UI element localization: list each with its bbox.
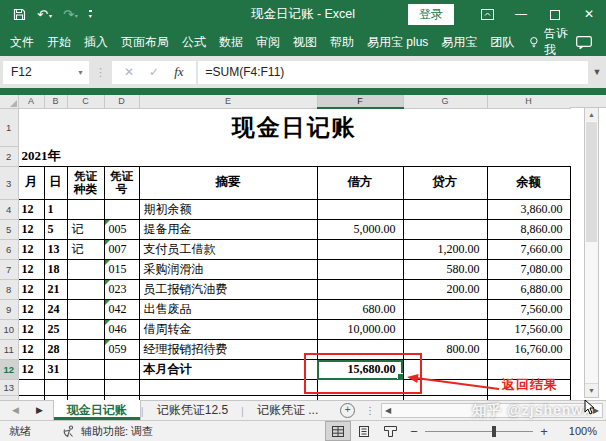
login-button[interactable]: 登录	[408, 4, 454, 25]
next-sheet-icon[interactable]: ▶	[36, 406, 43, 415]
cell-F8[interactable]	[317, 280, 403, 300]
ribbon-tab-0[interactable]: 文件	[10, 34, 34, 51]
cell-D9[interactable]: 042	[104, 300, 139, 320]
row-header-13[interactable]: 13	[0, 380, 18, 396]
accessibility-status[interactable]: 辅助功能: 调查	[63, 424, 153, 439]
cell-H13[interactable]	[487, 380, 570, 396]
scroll-left-icon[interactable]: ◀	[385, 407, 391, 415]
column-header-D[interactable]: D	[104, 95, 139, 108]
column-header-A[interactable]: A	[18, 95, 44, 108]
cell-E4[interactable]: 期初余额	[139, 200, 317, 220]
row-header-11[interactable]: 11	[0, 340, 18, 360]
vertical-scrollbar[interactable]: ▲ ▼	[584, 107, 599, 398]
ribbon-tab-10[interactable]: 易用宝	[441, 34, 477, 51]
column-header-F[interactable]: F	[317, 95, 403, 108]
enter-icon[interactable]: ✓	[149, 65, 159, 79]
column-header-G[interactable]: G	[403, 95, 487, 108]
cell-D5[interactable]: 005	[104, 220, 139, 240]
cell-G13[interactable]	[403, 380, 487, 396]
cell-C9[interactable]	[67, 300, 104, 320]
normal-view-button[interactable]	[325, 421, 351, 441]
cell-C4[interactable]	[67, 200, 104, 220]
row-header-8[interactable]: 8	[0, 280, 18, 300]
previous-sheet-icon[interactable]: ◀	[12, 406, 19, 415]
cell-F11[interactable]	[317, 340, 403, 360]
cell-G5[interactable]	[403, 220, 487, 240]
row-header-4[interactable]: 4	[0, 200, 18, 220]
cell-A7[interactable]: 12	[18, 260, 44, 280]
cell-H10[interactable]: 17,560.00	[487, 320, 570, 340]
close-button[interactable]: ✕	[572, 0, 606, 28]
cell-E13[interactable]	[139, 380, 317, 396]
cell-D6[interactable]: 007	[104, 240, 139, 260]
cell-C8[interactable]	[67, 280, 104, 300]
cell-F10[interactable]: 10,000.00	[317, 320, 403, 340]
ribbon-tab-8[interactable]: 帮助	[330, 34, 354, 51]
zoom-slider-thumb[interactable]	[492, 426, 496, 437]
ribbon-tab-5[interactable]: 数据	[219, 34, 243, 51]
row-header-2[interactable]: 2	[0, 146, 18, 167]
cell-C7[interactable]	[67, 260, 104, 280]
row-header-12[interactable]: 12	[0, 360, 18, 380]
row-header-6[interactable]: 6	[0, 240, 18, 260]
cell-G4[interactable]	[403, 200, 487, 220]
zoom-in-button[interactable]: +	[533, 424, 555, 439]
row-header-7[interactable]: 7	[0, 260, 18, 280]
cell-H9[interactable]: 7,560.00	[487, 300, 570, 320]
row-header-1[interactable]: 1	[0, 108, 18, 146]
undo-icon[interactable]: ↶▾	[37, 8, 52, 21]
cell-D13[interactable]	[104, 380, 139, 396]
scroll-up-icon[interactable]: ▲	[585, 108, 598, 121]
cell-B5[interactable]: 5	[44, 220, 67, 240]
cell-G9[interactable]	[403, 300, 487, 320]
row-header-9[interactable]: 9	[0, 300, 18, 320]
expand-formula-bar-icon[interactable]: ▼	[588, 67, 606, 77]
ribbon-tab-1[interactable]: 开始	[47, 34, 71, 51]
cell-D4[interactable]	[104, 200, 139, 220]
sheet-tab-0[interactable]: 现金日记账	[53, 400, 141, 420]
cell-G6[interactable]: 1,200.00	[403, 240, 487, 260]
ribbon-tab-6[interactable]: 审阅	[256, 34, 280, 51]
cell-F7[interactable]	[317, 260, 403, 280]
maximize-button[interactable]	[538, 0, 572, 28]
zoom-level[interactable]: 100%	[555, 425, 606, 437]
cell-H5[interactable]: 8,860.00	[487, 220, 570, 240]
cell-B7[interactable]: 18	[44, 260, 67, 280]
formula-input[interactable]: =SUM(F4:F11)	[198, 61, 588, 84]
cell-E6[interactable]: 支付员工借款	[139, 240, 317, 260]
column-header-H[interactable]: H	[487, 95, 570, 108]
cell-D7[interactable]: 015	[104, 260, 139, 280]
cell-F6[interactable]	[317, 240, 403, 260]
worksheet-grid[interactable]: ABCDEFGH 1现金日记账22021年3月日凭证种类凭证号摘要借方贷方余额4…	[0, 95, 606, 400]
cell-G10[interactable]	[403, 320, 487, 340]
vertical-scrollbar-thumb[interactable]	[586, 122, 597, 242]
cell-A13[interactable]	[18, 380, 44, 396]
cell-H7[interactable]: 7,080.00	[487, 260, 570, 280]
cell-C6[interactable]: 记	[67, 240, 104, 260]
cell-E12[interactable]: 本月合计	[139, 360, 317, 380]
cell-E10[interactable]: 借周转金	[139, 320, 317, 340]
cell-A6[interactable]: 12	[18, 240, 44, 260]
cell-G12[interactable]	[403, 360, 487, 380]
cell-A11[interactable]: 12	[18, 340, 44, 360]
customize-qat-icon[interactable]: ▾	[89, 10, 92, 19]
cell-E11[interactable]: 经理报销招待费	[139, 340, 317, 360]
cell-G11[interactable]: 800.00	[403, 340, 487, 360]
cell-A4[interactable]: 12	[18, 200, 44, 220]
cell-H4[interactable]: 3,860.00	[487, 200, 570, 220]
cell-B11[interactable]: 28	[44, 340, 67, 360]
tell-me[interactable]: 告诉我	[529, 25, 576, 59]
cell-A12[interactable]: 12	[18, 360, 44, 380]
zoom-out-button[interactable]: −	[403, 424, 425, 439]
cell-C5[interactable]: 记	[67, 220, 104, 240]
cell-B8[interactable]: 21	[44, 280, 67, 300]
horizontal-scrollbar[interactable]: ◀ ▶	[381, 403, 603, 418]
cell-H12[interactable]	[487, 360, 570, 380]
column-header-C[interactable]: C	[67, 95, 104, 108]
row-header-5[interactable]: 5	[0, 220, 18, 240]
cell-H6[interactable]: 7,660.00	[487, 240, 570, 260]
cell-A9[interactable]: 12	[18, 300, 44, 320]
name-box[interactable]: F12 ▼	[3, 61, 89, 84]
cell-D11[interactable]: 059	[104, 340, 139, 360]
minimize-button[interactable]: —	[504, 0, 538, 28]
